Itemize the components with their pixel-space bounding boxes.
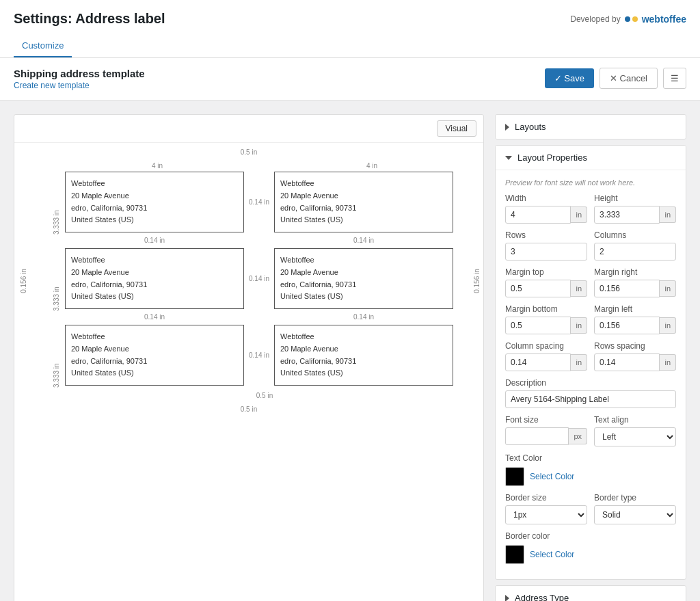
- margin-right-label: 0.156 in: [473, 269, 481, 293]
- layouts-section: Layouts: [495, 114, 686, 139]
- label-text: Webtoffee20 Maple Avenueedro, California…: [71, 331, 238, 379]
- layouts-section-header[interactable]: Layouts: [496, 115, 686, 139]
- margin-left-unit: in: [660, 317, 676, 334]
- rows-spacing-label: Rows spacing: [594, 341, 676, 351]
- create-new-template-link[interactable]: Create new template: [14, 81, 145, 90]
- margin-top-unit: in: [571, 280, 587, 297]
- margin-right-field-label: Margin right: [594, 267, 676, 277]
- rows-spacing-unit: in: [660, 354, 676, 371]
- tab-customize[interactable]: Customize: [14, 35, 72, 57]
- label-text: Webtoffee20 Maple Avenueedro, California…: [71, 254, 238, 302]
- border-type-select[interactable]: Solid Dashed Dotted: [594, 505, 676, 524]
- template-title: Shipping address template: [14, 68, 145, 79]
- label-text: Webtoffee20 Maple Avenueedro, California…: [280, 331, 447, 379]
- brand-info: Developed by webtoffee: [570, 14, 686, 25]
- note-text: Preview for font size will not work here…: [505, 178, 676, 187]
- margin-top-input[interactable]: [505, 280, 571, 297]
- text-color-label: Text Color: [505, 453, 676, 463]
- col-spacing-label: Column spacing: [505, 341, 587, 351]
- page-title: Settings: Address label: [14, 11, 165, 27]
- address-type-section-header[interactable]: Address Type: [496, 586, 686, 601]
- margin-left-field-label: Margin left: [594, 304, 676, 314]
- description-label: Description: [505, 378, 676, 388]
- label-text: Webtoffee20 Maple Avenueedro, California…: [280, 178, 447, 226]
- cancel-button[interactable]: ✕ Cancel: [600, 68, 658, 89]
- col-spacing-input[interactable]: [505, 353, 571, 371]
- row3-side-dim: 3.333 in: [44, 323, 65, 388]
- layouts-section-title: Layouts: [515, 122, 546, 132]
- layout-properties-body: Preview for font size will not work here…: [496, 170, 686, 579]
- visual-tab[interactable]: Visual: [437, 120, 476, 137]
- layout-properties-section: Layout Properties Preview for font size …: [495, 145, 686, 580]
- layout-properties-collapse-icon: [505, 156, 512, 160]
- right-panel: Layouts Layout Properties Preview for fo…: [495, 114, 686, 601]
- height-input[interactable]: [594, 206, 660, 224]
- layout-properties-title: Layout Properties: [517, 152, 587, 163]
- border-color-select-text[interactable]: Select Color: [530, 550, 574, 559]
- col-spacing-top-dim: [250, 162, 280, 170]
- margin-left-input[interactable]: [594, 317, 660, 334]
- margin-bottom-label-display: 0.5 in: [241, 405, 257, 413]
- save-button[interactable]: ✓ Save: [545, 68, 594, 88]
- height-unit: in: [660, 206, 676, 223]
- brand-name: webtoffee: [642, 14, 686, 25]
- col2-top-dim: 4 in: [280, 162, 464, 170]
- margin-right-unit: in: [660, 280, 676, 297]
- text-align-select[interactable]: Left Center Right: [594, 427, 676, 446]
- border-size-label: Border size: [505, 493, 587, 503]
- margin-bottom-field-label: Margin bottom: [505, 304, 587, 314]
- row2-side-dim: 3.333 in: [44, 246, 65, 311]
- address-type-title: Address Type: [515, 593, 569, 601]
- row-spacing-1b: 0.14 in: [274, 235, 453, 246]
- margin-left-label: 0.156 in: [20, 269, 27, 293]
- label-row2-col2: Webtoffee20 Maple Avenueedro, California…: [274, 248, 453, 308]
- address-type-collapse-icon: [505, 595, 509, 602]
- bottom-margin-dim: 0.5 in: [44, 388, 464, 399]
- margin-top-label: 0.5 in: [241, 148, 257, 156]
- brand-dot-yellow: [632, 16, 638, 22]
- label-text: Webtoffee20 Maple Avenueedro, California…: [71, 178, 238, 226]
- columns-label: Columns: [594, 230, 676, 240]
- margin-top-field-label: Margin top: [505, 267, 587, 277]
- width-input[interactable]: [505, 206, 571, 224]
- text-align-label: Text align: [594, 415, 676, 425]
- row-spacing-1: 0.14 in: [65, 235, 244, 246]
- border-color-swatch[interactable]: [505, 545, 524, 564]
- menu-button[interactable]: ☰: [663, 68, 686, 89]
- border-size-select[interactable]: None 1px 2px 3px: [505, 505, 587, 524]
- row-spacing-2: 0.14 in: [65, 311, 244, 323]
- width-unit: in: [571, 206, 587, 223]
- label-text: Webtoffee20 Maple Avenueedro, California…: [280, 254, 447, 302]
- col1-top-dim: 4 in: [65, 162, 250, 170]
- col-spacing-r1: 0.14 in: [244, 198, 274, 206]
- label-row2-col1: Webtoffee20 Maple Avenueedro, California…: [65, 248, 244, 308]
- font-size-unit: px: [569, 428, 587, 444]
- row1-side-dim: 3.333 in: [44, 170, 65, 235]
- font-size-label: Font size: [505, 415, 587, 425]
- border-color-label: Border color: [505, 531, 676, 541]
- font-size-input[interactable]: [505, 427, 569, 445]
- layout-properties-header[interactable]: Layout Properties: [496, 146, 686, 170]
- label-row1-col1: Webtoffee20 Maple Avenueedro, California…: [65, 172, 244, 232]
- width-label: Width: [505, 193, 587, 203]
- label-row3-col1: Webtoffee20 Maple Avenueedro, California…: [65, 325, 244, 385]
- label-preview: 0.5 in 0.156 in 0.156 in 4 in 4 in 3.333…: [14, 143, 483, 418]
- row-spacing-2b: 0.14 in: [274, 311, 453, 323]
- col-spacing-r3: 0.14 in: [244, 351, 274, 359]
- label-row1-col2: Webtoffee20 Maple Avenueedro, California…: [274, 172, 453, 232]
- brand-dot-blue: [625, 16, 630, 22]
- margin-bottom-unit: in: [571, 317, 587, 334]
- border-type-label: Border type: [594, 493, 676, 503]
- rows-input[interactable]: [505, 243, 587, 261]
- text-color-swatch[interactable]: [505, 467, 524, 486]
- rows-spacing-input[interactable]: [594, 353, 660, 371]
- columns-input[interactable]: [594, 243, 676, 261]
- visual-panel: Visual 0.5 in 0.156 in 0.156 in 4 in 4 i…: [14, 114, 484, 601]
- layouts-collapse-icon: [505, 124, 509, 131]
- description-input[interactable]: [505, 390, 676, 408]
- margin-right-input[interactable]: [594, 280, 660, 297]
- text-color-select-text[interactable]: Select Color: [530, 472, 574, 481]
- margin-bottom-input[interactable]: [505, 317, 571, 334]
- label-row3-col2: Webtoffee20 Maple Avenueedro, California…: [274, 325, 453, 385]
- col-spacing-r2: 0.14 in: [244, 275, 274, 282]
